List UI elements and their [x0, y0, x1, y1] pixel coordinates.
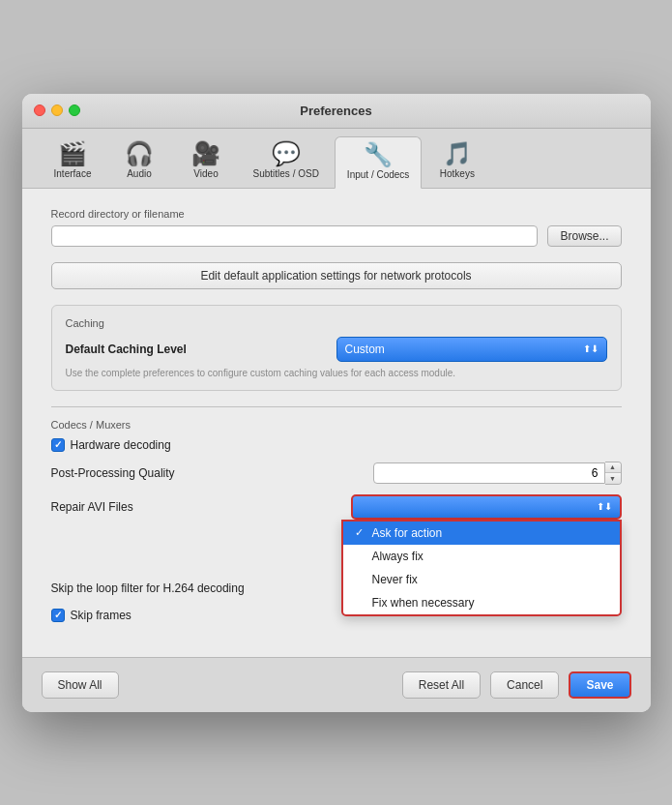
record-section-label: Record directory or filename	[51, 208, 622, 220]
input-icon: 🔧	[364, 143, 393, 166]
save-button[interactable]: Save	[569, 671, 630, 699]
tab-interface-label: Interface	[54, 168, 92, 179]
skip-loop-label: Skip the loop filter for H.264 decoding	[51, 581, 283, 595]
repair-avi-dropdown: ✓ Ask for action Always fix Never fix	[341, 520, 622, 616]
window-title: Preferences	[300, 104, 371, 118]
post-processing-row: Post-Processing Quality ▲ ▼	[51, 462, 622, 485]
record-row: Browse...	[51, 225, 622, 247]
tab-input-label: Input / Codecs	[347, 169, 409, 180]
stepper-buttons: ▲ ▼	[605, 462, 622, 485]
repair-avi-arrow-icon: ⬆⬇	[597, 501, 612, 512]
dropdown-item-never-label: Never fix	[372, 573, 418, 586]
preferences-window: Preferences 🎬 Interface 🎧 Audio 🎥 Video …	[22, 94, 651, 712]
codecs-section: Codecs / Muxers Hardware decoding Post-P…	[51, 419, 622, 622]
hardware-decoding-checkbox[interactable]	[51, 438, 65, 452]
network-button[interactable]: Edit default application settings for ne…	[51, 262, 622, 289]
toolbar: 🎬 Interface 🎧 Audio 🎥 Video 💬 Subtitles …	[22, 129, 651, 189]
tab-audio[interactable]: 🎧 Audio	[108, 136, 171, 188]
dropdown-item-always-label: Always fix	[372, 550, 424, 563]
reset-all-button[interactable]: Reset All	[402, 671, 481, 699]
caching-level-label: Default Caching Level	[66, 343, 336, 356]
dropdown-item-always[interactable]: Always fix	[343, 545, 620, 568]
footer-left: Show All	[42, 671, 119, 699]
show-all-button[interactable]: Show All	[42, 671, 119, 699]
interface-icon: 🎬	[58, 142, 87, 165]
subtitles-icon: 💬	[272, 142, 301, 165]
select-arrow-icon: ⬆⬇	[583, 343, 599, 354]
dropdown-item-when-necessary-label: Fix when necessary	[372, 596, 475, 610]
minimize-button[interactable]	[51, 104, 63, 116]
tab-audio-label: Audio	[127, 168, 152, 179]
repair-avi-row: Repair AVI Files ⬆⬇ ✓ Ask for action	[51, 494, 622, 520]
tab-video[interactable]: 🎥 Video	[175, 136, 238, 188]
window-controls	[34, 104, 80, 116]
caching-selected-value: Custom	[345, 343, 385, 356]
hardware-decoding-label: Hardware decoding	[71, 438, 171, 452]
caching-hint: Use the complete preferences to configur…	[66, 368, 607, 378]
check-icon: ✓	[355, 526, 366, 539]
tab-video-label: Video	[193, 168, 218, 179]
tab-input[interactable]: 🔧 Input / Codecs	[335, 136, 422, 189]
title-bar: Preferences	[22, 94, 651, 129]
dropdown-item-ask[interactable]: ✓ Ask for action	[343, 522, 620, 545]
tab-interface[interactable]: 🎬 Interface	[42, 136, 104, 188]
hotkeys-icon: 🎵	[443, 142, 472, 165]
stepper-down-button[interactable]: ▼	[605, 473, 621, 484]
post-processing-stepper: ▲ ▼	[373, 462, 622, 485]
skip-frames-checkbox[interactable]	[51, 609, 65, 622]
tab-subtitles[interactable]: 💬 Subtitles / OSD	[242, 136, 331, 188]
repair-avi-trigger[interactable]: ⬆⬇	[351, 494, 622, 520]
dropdown-item-never[interactable]: Never fix	[343, 568, 620, 591]
stepper-up-button[interactable]: ▲	[605, 462, 621, 473]
content-area: Record directory or filename Browse... E…	[22, 189, 651, 657]
skip-frames-label: Skip frames	[71, 609, 131, 622]
dropdown-item-when-necessary[interactable]: Fix when necessary	[343, 591, 620, 614]
record-input[interactable]	[51, 225, 539, 247]
post-processing-input[interactable]	[373, 462, 605, 484]
codecs-section-label: Codecs / Muxers	[51, 419, 622, 431]
skip-frames-checkbox-wrapper[interactable]: Skip frames	[51, 609, 131, 622]
browse-button[interactable]: Browse...	[547, 225, 621, 247]
divider	[51, 406, 622, 407]
dropdown-item-ask-label: Ask for action	[372, 526, 443, 540]
footer-right: Reset All Cancel Save	[402, 671, 631, 699]
tab-hotkeys-label: Hotkeys	[440, 168, 475, 179]
cancel-button[interactable]: Cancel	[490, 671, 559, 699]
caching-section-label: Caching	[66, 317, 607, 329]
network-section: Edit default application settings for ne…	[51, 262, 622, 289]
repair-avi-dropdown-wrapper: ⬆⬇ ✓ Ask for action Always fix	[245, 494, 622, 520]
audio-icon: 🎧	[125, 142, 154, 165]
video-icon: 🎥	[191, 142, 220, 165]
tab-hotkeys[interactable]: 🎵 Hotkeys	[425, 136, 488, 188]
hardware-decoding-row: Hardware decoding	[51, 438, 622, 452]
caching-level-select[interactable]: Custom ⬆⬇	[336, 337, 607, 362]
caching-section: Caching Default Caching Level Custom ⬆⬇ …	[51, 305, 622, 391]
maximize-button[interactable]	[69, 104, 80, 116]
post-processing-label: Post-Processing Quality	[51, 466, 245, 480]
close-button[interactable]	[34, 104, 45, 116]
tab-subtitles-label: Subtitles / OSD	[253, 168, 319, 179]
hardware-decoding-checkbox-wrapper[interactable]: Hardware decoding	[51, 438, 171, 452]
caching-row: Default Caching Level Custom ⬆⬇	[66, 337, 607, 362]
footer: Show All Reset All Cancel Save	[22, 657, 651, 712]
repair-avi-label: Repair AVI Files	[51, 500, 245, 514]
